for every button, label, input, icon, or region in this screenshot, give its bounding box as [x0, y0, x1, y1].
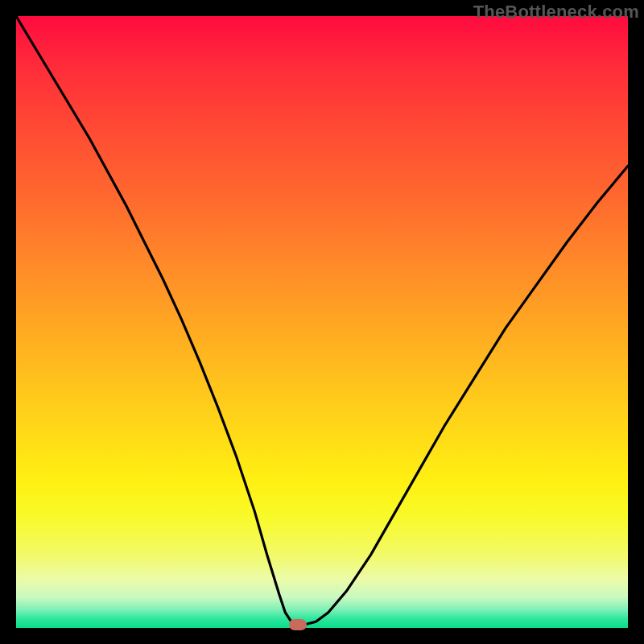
bottleneck-curve — [16, 16, 628, 628]
optimal-marker — [289, 619, 307, 630]
watermark-text: TheBottleneck.com — [473, 2, 639, 23]
chart-frame — [16, 16, 628, 628]
